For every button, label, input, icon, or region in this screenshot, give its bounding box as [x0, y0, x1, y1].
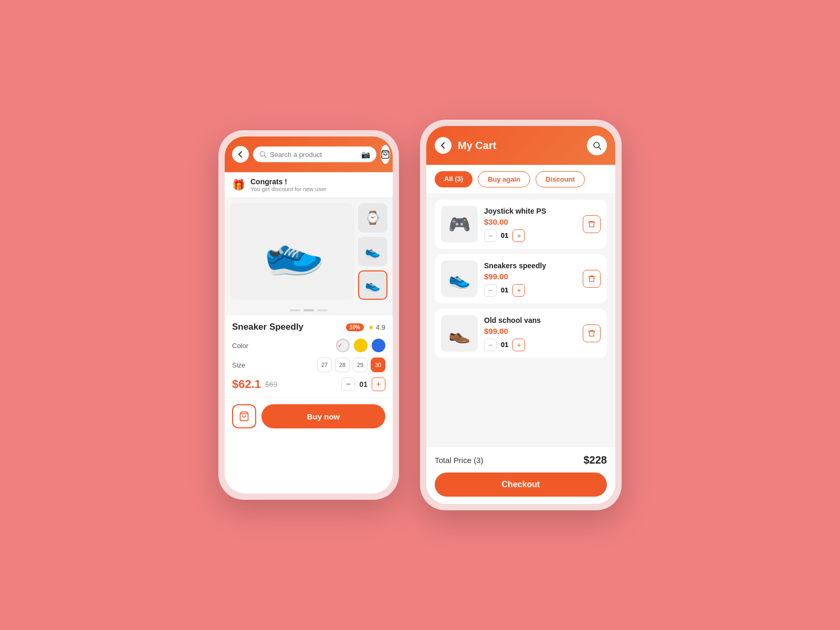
vans-qty-decrease[interactable]: −	[484, 339, 497, 351]
add-to-cart-button[interactable]	[232, 404, 256, 428]
checkout-button[interactable]: Checkout	[435, 472, 607, 497]
svg-line-1	[265, 156, 267, 158]
vans-delete-button[interactable]	[583, 324, 601, 342]
tab-buy-again[interactable]: Buy again	[478, 171, 530, 187]
trash-icon	[587, 220, 596, 228]
phone-1: 📷 🎁 Congrats ! You get discount for new …	[218, 130, 399, 500]
color-yellow[interactable]	[354, 339, 368, 352]
image-dots	[225, 305, 393, 316]
color-options: ✓	[336, 339, 385, 352]
size-27[interactable]: 27	[317, 358, 332, 372]
color-row: Color ✓	[232, 339, 385, 352]
cart-search-button[interactable]	[587, 135, 607, 155]
size-28[interactable]: 28	[335, 358, 350, 372]
joystick-qty-value: 01	[501, 232, 508, 239]
vans-qty-control: − 01 +	[484, 339, 576, 351]
product-info: Sneaker Speedly 10% ★ 4.9 Color ✓	[225, 316, 393, 397]
joystick-name: Joystick white PS	[484, 207, 576, 215]
vans-details: Old school vans $99.00 − 01 +	[484, 316, 576, 351]
size-options: 27 28 29 30	[317, 358, 385, 372]
quantity-value: 01	[359, 380, 368, 388]
main-shoe-image: 👟	[256, 217, 327, 286]
price-current: $62.1	[232, 377, 261, 391]
congrats-text: Congrats ! You get discount for new user	[250, 177, 327, 192]
buy-now-button[interactable]: Buy now	[261, 404, 385, 428]
thumbnail-3[interactable]: 👟	[358, 270, 387, 300]
cart-bag-icon	[239, 411, 249, 422]
header-cart-button[interactable]	[381, 145, 390, 164]
product-rating: ★ 4.9	[368, 323, 385, 331]
price-qty-row: $62.1 $69 − 01 +	[232, 377, 385, 391]
product-name: Sneaker Speedly	[232, 322, 342, 332]
color-white[interactable]: ✓	[336, 339, 350, 352]
sneakers-qty-increase[interactable]: +	[512, 284, 525, 297]
phone1-header: 📷	[225, 136, 393, 172]
tab-discount[interactable]: Discount	[536, 171, 585, 187]
svg-point-4	[594, 142, 600, 148]
cart-back-button[interactable]	[435, 137, 452, 154]
total-row: Total Price (3) $228	[435, 454, 607, 466]
buy-now-label: Buy now	[307, 412, 340, 421]
action-row: Buy now	[225, 397, 393, 435]
search-icon	[259, 151, 267, 158]
cart-footer: Total Price (3) $228 Checkout	[426, 446, 615, 504]
vans-price: $99.00	[484, 327, 576, 335]
cart-item-sneakers: 👟 Sneakers speedly $99.00 − 01 +	[435, 254, 607, 303]
joystick-delete-button[interactable]	[583, 215, 601, 233]
thumbnail-1[interactable]: ⌚	[358, 203, 387, 233]
vans-qty-increase[interactable]: +	[512, 339, 525, 351]
trash-icon-3	[587, 329, 596, 338]
qty-increase-button[interactable]: +	[372, 377, 385, 391]
cart-header: My Cart	[426, 126, 615, 165]
total-label: Total Price (3)	[435, 456, 484, 465]
sneakers-qty-control: − 01 +	[484, 284, 576, 297]
product-thumbnails: ⌚ 👟 👟	[358, 203, 387, 300]
gift-icon: 🎁	[232, 178, 245, 191]
size-30[interactable]: 30	[371, 358, 385, 372]
cart-item-vans: 👞 Old school vans $99.00 − 01 +	[435, 309, 607, 358]
svg-line-5	[599, 148, 601, 150]
quantity-control: − 01 +	[341, 377, 385, 391]
sneakers-image: 👟	[441, 260, 478, 297]
joystick-price: $30.00	[484, 217, 576, 226]
thumbnail-2[interactable]: 👟	[358, 237, 387, 266]
joystick-image: 🎮	[441, 206, 478, 243]
sneakers-qty-decrease[interactable]: −	[484, 284, 497, 297]
tab-all[interactable]: All (3)	[435, 171, 472, 187]
star-icon: ★	[368, 323, 374, 331]
joystick-details: Joystick white PS $30.00 − 01 +	[484, 207, 576, 242]
bag-icon	[381, 150, 390, 159]
trash-icon-2	[587, 275, 596, 283]
camera-icon: 📷	[361, 150, 370, 159]
dot-1	[290, 309, 300, 311]
product-images-section: 👟 ⌚ 👟 👟	[225, 198, 393, 305]
checkout-label: Checkout	[502, 480, 540, 489]
cart-screen: My Cart All (3) Buy again Discount	[426, 126, 615, 504]
cart-item-joystick: 🎮 Joystick white PS $30.00 − 01 +	[435, 200, 607, 249]
dot-2	[303, 309, 314, 311]
sneakers-qty-value: 01	[501, 286, 508, 294]
discount-badge: 10%	[346, 323, 364, 331]
congrats-banner: 🎁 Congrats ! You get discount for new us…	[225, 172, 393, 198]
joystick-qty-increase[interactable]: +	[512, 229, 525, 242]
congrats-subtitle: You get discount for new user	[250, 186, 327, 192]
size-label: Size	[232, 361, 258, 369]
color-blue[interactable]	[372, 339, 385, 352]
dot-3	[317, 309, 328, 311]
rating-value: 4.9	[376, 323, 385, 331]
back-button[interactable]	[232, 146, 249, 163]
sneakers-price: $99.00	[484, 272, 576, 281]
sneakers-delete-button[interactable]	[583, 270, 601, 288]
qty-decrease-button[interactable]: −	[341, 377, 355, 391]
congrats-title: Congrats !	[250, 177, 327, 186]
sneakers-name: Sneakers speedly	[484, 261, 576, 270]
phone-2: My Cart All (3) Buy again Discount	[420, 120, 622, 510]
joystick-qty-decrease[interactable]: −	[484, 229, 497, 242]
search-bar[interactable]: 📷	[253, 146, 376, 162]
search-input[interactable]	[270, 151, 358, 159]
cart-search-icon	[592, 141, 602, 150]
size-29[interactable]: 29	[353, 358, 368, 372]
product-main-image: 👟	[230, 203, 354, 300]
vans-image: 👞	[441, 315, 478, 352]
joystick-qty-control: − 01 +	[484, 229, 576, 242]
